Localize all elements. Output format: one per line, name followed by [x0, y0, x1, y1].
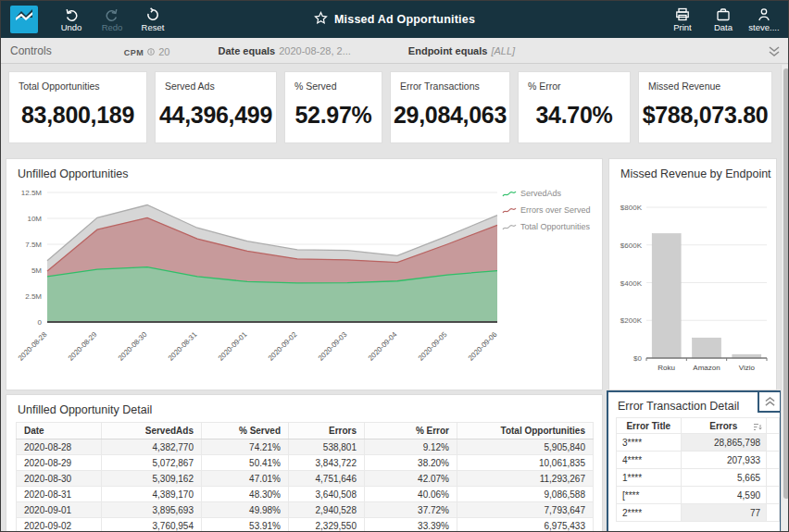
table-cell[interactable]: 53.91%	[202, 518, 289, 532]
reset-button[interactable]: Reset	[132, 1, 173, 38]
unfilled-opportunity-detail-table[interactable]: Unfilled Opportunity Detail DateServedAd…	[6, 394, 603, 532]
undo-button[interactable]: Undo	[51, 1, 92, 38]
filter-cpm[interactable]: CPM 20	[124, 43, 170, 59]
errors-value-cell[interactable]: 207,933	[681, 452, 767, 469]
kpi-served-ads[interactable]: Served Ads 44,396,499	[155, 71, 277, 143]
user-menu-button[interactable]: steve....	[744, 1, 784, 38]
errors-value-cell[interactable]: 77	[681, 504, 767, 522]
table-cell[interactable]: 4,389,170	[102, 487, 202, 502]
table-row[interactable]: 2020-08-295,072,86750.41%3,843,72238.20%…	[17, 455, 594, 471]
table-cell[interactable]: 5,309,162	[102, 471, 202, 487]
error-transaction-detail-table[interactable]: Error Transaction Detail Error TitleErro…	[607, 390, 782, 532]
table-cell[interactable]: 5,905,840	[457, 439, 594, 455]
table-cell[interactable]: 42.07%	[365, 471, 457, 487]
errors-value-cell[interactable]: 28,865,798	[681, 434, 767, 452]
table-row[interactable]: 2****77	[617, 504, 780, 522]
missed-revenue-by-endpoint-chart[interactable]: Missed Revenue by Endpoint $800K$600K$40…	[608, 158, 777, 390]
table-row[interactable]: [****4,590	[617, 487, 780, 504]
table-row[interactable]: 2020-08-314,389,17048.30%3,640,50840.06%…	[17, 487, 594, 502]
kpi-pct-served[interactable]: % Served 52.97%	[284, 71, 382, 143]
table-cell[interactable]: 7,793,647	[457, 502, 594, 518]
table-cell[interactable]: 3,640,508	[289, 487, 365, 502]
table-row[interactable]: 2020-08-305,309,16247.01%4,751,64642.07%…	[17, 471, 594, 487]
table-row[interactable]: 2020-09-023,760,95453.91%2,329,55033.39%…	[17, 518, 594, 532]
kpi-label: Missed Revenue	[639, 72, 771, 92]
table-cell[interactable]: 38.20%	[365, 455, 457, 471]
table-cell[interactable]: 2020-09-01	[17, 502, 102, 518]
table-cell[interactable]: 48.30%	[202, 487, 289, 502]
vertical-scrollbar[interactable]	[781, 65, 789, 532]
kpi-pct-error[interactable]: % Error 34.70%	[518, 71, 631, 143]
table-cell[interactable]: 74.21%	[202, 439, 289, 455]
column-header-servedads[interactable]: ServedAds	[102, 423, 202, 439]
quicksight-logo-icon[interactable]	[10, 6, 38, 33]
table-cell[interactable]: 50.41%	[202, 455, 289, 471]
column-header-errors[interactable]: Errors	[681, 418, 767, 434]
collapse-visual-button[interactable]	[758, 390, 782, 413]
info-icon	[147, 43, 155, 59]
column-header-error-title[interactable]: Error Title	[617, 418, 682, 434]
svg-text:$200K: $200K	[620, 316, 643, 325]
bar-chart-canvas[interactable]: $800K$600K$400K$200K$0RokuAmazonVizio	[611, 179, 776, 385]
error-title-cell[interactable]: 4****	[617, 452, 682, 469]
table-cell[interactable]: 6,975,433	[457, 518, 594, 532]
filter-endpoint[interactable]: Endpoint equals [ALL]	[408, 45, 515, 56]
print-button[interactable]: Print	[662, 1, 703, 38]
table-cell[interactable]: 9.12%	[365, 439, 457, 455]
table-cell[interactable]: 4,382,770	[102, 439, 202, 455]
table-cell[interactable]: 2020-08-30	[17, 471, 102, 487]
table-row[interactable]: 3****28,865,798	[617, 434, 780, 452]
legend-item-servedads[interactable]: ServedAds	[502, 189, 598, 198]
column-header--error[interactable]: % Error	[365, 423, 457, 439]
data-button[interactable]: Data	[703, 1, 744, 38]
table-cell[interactable]: 2,329,550	[289, 518, 365, 532]
table-cell[interactable]: 2,940,528	[289, 502, 365, 518]
table-cell[interactable]: 2020-09-02	[17, 518, 102, 532]
filter-date[interactable]: Date equals 2020-08-28, 2...	[218, 45, 350, 56]
table-cell[interactable]: 2020-08-31	[17, 487, 102, 502]
table-cell[interactable]: 37.72%	[365, 502, 457, 518]
column-header-date[interactable]: Date	[17, 423, 102, 439]
table-cell[interactable]: 33.39%	[365, 518, 457, 532]
legend-item-total-opportunities[interactable]: Total Opportunities	[502, 222, 598, 231]
kpi-missed-revenue[interactable]: Missed Revenue $788,073.80	[638, 71, 772, 143]
area-chart-canvas[interactable]: 12.5M10M7.5M5M2.5M02020-08-282020-08-292…	[8, 183, 564, 389]
table-cell[interactable]: 3,895,693	[102, 502, 202, 518]
table-cell[interactable]: 5,072,867	[102, 455, 202, 471]
error-title-cell[interactable]: 3****	[617, 434, 682, 452]
column-header--served[interactable]: % Served	[202, 423, 289, 439]
errors-value-cell[interactable]: 4,590	[681, 487, 767, 504]
kpi-error-transactions[interactable]: Error Transactions 29,084,063	[390, 71, 510, 143]
unfilled-opportunities-chart[interactable]: Unfilled Opportunities 12.5M10M7.5M5M2.5…	[6, 158, 603, 390]
table-cell[interactable]: 47.01%	[202, 471, 289, 487]
error-title-cell[interactable]: 1****	[617, 469, 682, 487]
kpi-total-opportunities[interactable]: Total Opportunities 83,800,189	[8, 71, 147, 143]
table-cell[interactable]: 3,843,722	[289, 455, 365, 471]
column-header-errors[interactable]: Errors	[289, 423, 365, 439]
scrollbar-thumb[interactable]	[783, 68, 789, 499]
table-cell[interactable]: 538,801	[289, 439, 365, 455]
table-row[interactable]: 2020-08-284,382,77074.21%538,8019.12%5,9…	[17, 439, 594, 455]
table-cell[interactable]: 3,760,954	[102, 518, 202, 532]
legend-item-errors-over-served[interactable]: Errors over Served	[502, 205, 598, 215]
error-title-cell[interactable]: [****	[617, 487, 682, 504]
table-row[interactable]: 2020-09-013,895,69349.98%2,940,52837.72%…	[17, 502, 594, 518]
svg-text:$800K: $800K	[620, 204, 643, 212]
table-cell[interactable]: 9,086,588	[457, 487, 594, 502]
collapse-controls-icon[interactable]	[768, 44, 781, 61]
table-cell[interactable]: 11,293,267	[457, 471, 594, 487]
table-row[interactable]: 1****5,665	[617, 469, 780, 487]
table-cell[interactable]: 40.06%	[365, 487, 457, 502]
table-cell[interactable]: 2020-08-29	[17, 455, 102, 471]
table-cell[interactable]: 10,061,835	[457, 455, 594, 471]
error-title-cell[interactable]: 2****	[617, 504, 682, 522]
redo-button[interactable]: Redo	[92, 1, 132, 38]
table-row[interactable]: 4****207,933	[617, 452, 780, 469]
errors-value-cell[interactable]: 5,665	[681, 469, 767, 487]
table-cell[interactable]: 4,751,646	[289, 471, 365, 487]
print-label: Print	[673, 22, 692, 32]
table-cell[interactable]: 49.98%	[202, 502, 289, 518]
favorite-star-icon[interactable]	[314, 11, 328, 29]
table-cell[interactable]: 2020-08-28	[17, 439, 102, 455]
column-header-total-opportunities[interactable]: Total Opportunities	[457, 423, 594, 439]
